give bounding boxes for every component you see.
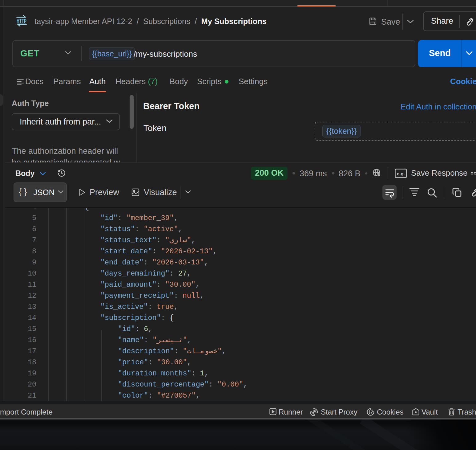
- svg-text:e.g.: e.g.: [397, 171, 405, 176]
- svg-text:HTTP: HTTP: [17, 18, 26, 25]
